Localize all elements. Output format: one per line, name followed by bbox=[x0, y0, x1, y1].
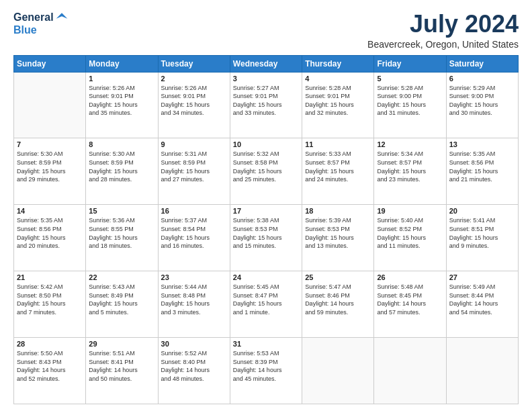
day-info: Sunrise: 5:26 AM Sunset: 9:01 PM Dayligh… bbox=[161, 84, 227, 118]
day-number: 7 bbox=[17, 140, 83, 148]
day-cell: 5Sunrise: 5:28 AM Sunset: 9:00 PM Daylig… bbox=[374, 72, 446, 138]
day-cell: 26Sunrise: 5:48 AM Sunset: 8:45 PM Dayli… bbox=[374, 271, 446, 338]
day-cell: 15Sunrise: 5:36 AM Sunset: 8:55 PM Dayli… bbox=[86, 205, 158, 271]
day-number: 28 bbox=[17, 340, 83, 348]
day-info: Sunrise: 5:30 AM Sunset: 8:59 PM Dayligh… bbox=[89, 150, 154, 183]
week-row: 21Sunrise: 5:42 AM Sunset: 8:50 PM Dayli… bbox=[14, 271, 519, 338]
day-info: Sunrise: 5:37 AM Sunset: 8:54 PM Dayligh… bbox=[161, 216, 227, 250]
day-number: 5 bbox=[377, 75, 443, 83]
day-cell: 8Sunrise: 5:30 AM Sunset: 8:59 PM Daylig… bbox=[86, 138, 158, 205]
day-info: Sunrise: 5:36 AM Sunset: 8:55 PM Dayligh… bbox=[89, 216, 154, 250]
day-number: 29 bbox=[89, 340, 154, 348]
day-number: 8 bbox=[89, 140, 154, 148]
day-info: Sunrise: 5:27 AM Sunset: 9:01 PM Dayligh… bbox=[233, 84, 299, 118]
title-block: July 2024 Beavercreek, Oregon, United St… bbox=[367, 11, 519, 50]
day-info: Sunrise: 5:30 AM Sunset: 8:59 PM Dayligh… bbox=[17, 150, 83, 183]
weekday-header-row: Sunday Monday Tuesday Wednesday Thursday… bbox=[14, 55, 519, 72]
day-cell: 21Sunrise: 5:42 AM Sunset: 8:50 PM Dayli… bbox=[14, 271, 86, 338]
day-info: Sunrise: 5:26 AM Sunset: 9:01 PM Dayligh… bbox=[89, 84, 154, 118]
day-cell: 22Sunrise: 5:43 AM Sunset: 8:49 PM Dayli… bbox=[86, 271, 158, 338]
day-number: 24 bbox=[233, 273, 299, 281]
day-number: 25 bbox=[305, 273, 371, 281]
week-row: 28Sunrise: 5:50 AM Sunset: 8:43 PM Dayli… bbox=[14, 338, 519, 404]
week-row: 14Sunrise: 5:35 AM Sunset: 8:56 PM Dayli… bbox=[14, 205, 519, 271]
week-row: 1Sunrise: 5:26 AM Sunset: 9:01 PM Daylig… bbox=[14, 72, 519, 138]
day-cell: 25Sunrise: 5:47 AM Sunset: 8:46 PM Dayli… bbox=[302, 271, 374, 338]
day-info: Sunrise: 5:35 AM Sunset: 8:56 PM Dayligh… bbox=[449, 150, 515, 183]
day-cell: 9Sunrise: 5:31 AM Sunset: 8:59 PM Daylig… bbox=[158, 138, 230, 205]
day-cell: 2Sunrise: 5:26 AM Sunset: 9:01 PM Daylig… bbox=[158, 72, 230, 138]
day-info: Sunrise: 5:49 AM Sunset: 8:44 PM Dayligh… bbox=[449, 283, 515, 316]
day-cell bbox=[14, 72, 86, 138]
day-cell: 12Sunrise: 5:34 AM Sunset: 8:57 PM Dayli… bbox=[374, 138, 446, 205]
week-row: 7Sunrise: 5:30 AM Sunset: 8:59 PM Daylig… bbox=[14, 138, 519, 205]
day-number: 27 bbox=[449, 273, 515, 281]
header-friday: Friday bbox=[374, 55, 446, 72]
day-number: 4 bbox=[305, 75, 371, 83]
header-thursday: Thursday bbox=[302, 55, 374, 72]
location-title: Beavercreek, Oregon, United States bbox=[367, 39, 519, 50]
day-cell: 23Sunrise: 5:44 AM Sunset: 8:48 PM Dayli… bbox=[158, 271, 230, 338]
day-cell: 13Sunrise: 5:35 AM Sunset: 8:56 PM Dayli… bbox=[446, 138, 518, 205]
day-info: Sunrise: 5:31 AM Sunset: 8:59 PM Dayligh… bbox=[161, 150, 227, 183]
day-info: Sunrise: 5:29 AM Sunset: 9:00 PM Dayligh… bbox=[449, 84, 515, 118]
logo-general-text: General bbox=[13, 11, 54, 24]
day-cell: 17Sunrise: 5:38 AM Sunset: 8:53 PM Dayli… bbox=[230, 205, 302, 271]
day-info: Sunrise: 5:43 AM Sunset: 8:49 PM Dayligh… bbox=[89, 283, 154, 316]
day-cell: 31Sunrise: 5:53 AM Sunset: 8:39 PM Dayli… bbox=[230, 338, 302, 404]
day-number: 26 bbox=[377, 273, 443, 281]
day-cell: 27Sunrise: 5:49 AM Sunset: 8:44 PM Dayli… bbox=[446, 271, 518, 338]
day-number: 19 bbox=[377, 207, 443, 215]
day-cell: 18Sunrise: 5:39 AM Sunset: 8:53 PM Dayli… bbox=[302, 205, 374, 271]
day-cell: 11Sunrise: 5:33 AM Sunset: 8:57 PM Dayli… bbox=[302, 138, 374, 205]
day-number: 3 bbox=[233, 75, 299, 83]
day-number: 17 bbox=[233, 207, 299, 215]
day-cell: 16Sunrise: 5:37 AM Sunset: 8:54 PM Dayli… bbox=[158, 205, 230, 271]
day-info: Sunrise: 5:47 AM Sunset: 8:46 PM Dayligh… bbox=[305, 283, 371, 316]
day-info: Sunrise: 5:40 AM Sunset: 8:52 PM Dayligh… bbox=[377, 216, 443, 250]
day-info: Sunrise: 5:48 AM Sunset: 8:45 PM Dayligh… bbox=[377, 283, 443, 316]
day-number: 22 bbox=[89, 273, 154, 281]
calendar-page: General Blue July 2024 Beavercreek, Oreg… bbox=[0, 0, 532, 411]
day-number: 23 bbox=[161, 273, 227, 281]
day-info: Sunrise: 5:53 AM Sunset: 8:39 PM Dayligh… bbox=[233, 349, 299, 383]
header-saturday: Saturday bbox=[446, 55, 518, 72]
day-number: 20 bbox=[449, 207, 515, 215]
day-number: 12 bbox=[377, 140, 443, 148]
calendar-body: 1Sunrise: 5:26 AM Sunset: 9:01 PM Daylig… bbox=[14, 72, 519, 404]
day-cell: 4Sunrise: 5:28 AM Sunset: 9:01 PM Daylig… bbox=[302, 72, 374, 138]
day-cell: 7Sunrise: 5:30 AM Sunset: 8:59 PM Daylig… bbox=[14, 138, 86, 205]
day-info: Sunrise: 5:41 AM Sunset: 8:51 PM Dayligh… bbox=[449, 216, 515, 250]
day-cell: 30Sunrise: 5:52 AM Sunset: 8:40 PM Dayli… bbox=[158, 338, 230, 404]
header-monday: Monday bbox=[86, 55, 158, 72]
day-info: Sunrise: 5:51 AM Sunset: 8:41 PM Dayligh… bbox=[89, 349, 154, 383]
header-tuesday: Tuesday bbox=[158, 55, 230, 72]
day-info: Sunrise: 5:39 AM Sunset: 8:53 PM Dayligh… bbox=[305, 216, 371, 250]
day-number: 2 bbox=[161, 75, 227, 83]
day-number: 1 bbox=[89, 75, 154, 83]
day-cell: 1Sunrise: 5:26 AM Sunset: 9:01 PM Daylig… bbox=[86, 72, 158, 138]
header-sunday: Sunday bbox=[14, 55, 86, 72]
day-number: 13 bbox=[449, 140, 515, 148]
day-number: 18 bbox=[305, 207, 371, 215]
logo-blue-text: Blue bbox=[13, 24, 37, 36]
day-number: 15 bbox=[89, 207, 154, 215]
day-info: Sunrise: 5:52 AM Sunset: 8:40 PM Dayligh… bbox=[161, 349, 227, 383]
calendar-table: Sunday Monday Tuesday Wednesday Thursday… bbox=[13, 55, 519, 404]
day-info: Sunrise: 5:33 AM Sunset: 8:57 PM Dayligh… bbox=[305, 150, 371, 183]
day-cell: 28Sunrise: 5:50 AM Sunset: 8:43 PM Dayli… bbox=[14, 338, 86, 404]
day-number: 6 bbox=[449, 75, 515, 83]
day-number: 10 bbox=[233, 140, 299, 148]
day-cell: 19Sunrise: 5:40 AM Sunset: 8:52 PM Dayli… bbox=[374, 205, 446, 271]
month-title: July 2024 bbox=[367, 11, 519, 38]
day-info: Sunrise: 5:34 AM Sunset: 8:57 PM Dayligh… bbox=[377, 150, 443, 183]
logo-icon bbox=[55, 11, 69, 24]
logo: General Blue bbox=[13, 11, 69, 36]
day-cell: 3Sunrise: 5:27 AM Sunset: 9:01 PM Daylig… bbox=[230, 72, 302, 138]
day-cell bbox=[446, 338, 518, 404]
day-number: 30 bbox=[161, 340, 227, 348]
day-cell: 6Sunrise: 5:29 AM Sunset: 9:00 PM Daylig… bbox=[446, 72, 518, 138]
day-number: 16 bbox=[161, 207, 227, 215]
day-info: Sunrise: 5:28 AM Sunset: 9:00 PM Dayligh… bbox=[377, 84, 443, 118]
day-number: 9 bbox=[161, 140, 227, 148]
